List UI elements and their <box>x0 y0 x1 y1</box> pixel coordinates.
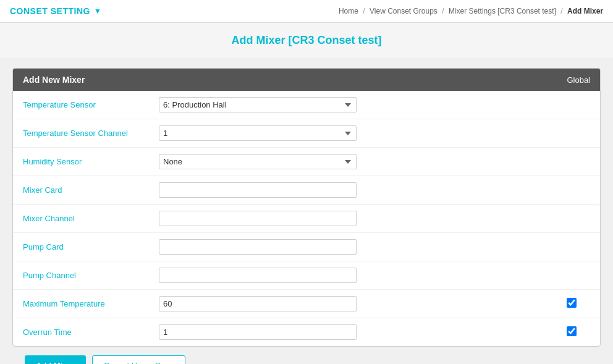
app-branding: CONSET SETTING ▼ <box>10 6 101 16</box>
pump-card-input[interactable] <box>159 239 357 255</box>
field-pump-channel: Pump Channel <box>13 261 600 290</box>
maximum-temperature-wrap <box>159 296 357 311</box>
top-bar: CONSET SETTING ▼ Home / View Conset Grou… <box>0 0 613 23</box>
label-maximum-temperature: Maximum Temperature <box>23 299 159 308</box>
add-mixer-button[interactable]: Add Mixer <box>25 355 86 364</box>
label-temperature-sensor-channel: Temperature Sensor Channel <box>23 129 159 138</box>
overrun-time-global[interactable] <box>553 326 590 338</box>
label-mixer-channel: Mixer Channel <box>23 214 159 223</box>
pump-channel-input[interactable] <box>159 268 357 283</box>
breadcrumb-home[interactable]: Home <box>339 7 358 15</box>
app-title: CONSET SETTING <box>10 6 90 16</box>
mixer-channel-input[interactable] <box>159 211 357 226</box>
pump-card-wrap <box>159 239 357 255</box>
panel-header: Add New Mixer Global <box>13 69 600 91</box>
panel-header-global-label: Global <box>567 75 590 85</box>
field-mixer-card: Mixer Card <box>13 176 600 205</box>
label-pump-card: Pump Card <box>23 242 159 252</box>
add-mixer-panel: Add New Mixer Global Temperature Sensor … <box>12 68 601 347</box>
pump-channel-wrap <box>159 268 357 283</box>
conset-home-button[interactable]: Conset Home Page <box>92 355 185 364</box>
field-humidity-sensor: Humidity Sensor None 1: Sensor A 2: Sens… <box>13 148 600 176</box>
page-title-bar: Add Mixer [CR3 Conset test] <box>0 23 613 58</box>
mixer-card-wrap <box>159 182 357 198</box>
humidity-sensor-wrap: None 1: Sensor A 2: Sensor B <box>159 154 357 169</box>
label-overrun-time: Overrun Time <box>23 328 159 337</box>
breadcrumb-mixer-settings[interactable]: Mixer Settings [CR3 Conset test] <box>449 7 556 15</box>
breadcrumb: Home / View Conset Groups / Mixer Settin… <box>339 7 603 15</box>
button-bar: Add Mixer Conset Home Page <box>12 347 601 364</box>
field-temperature-sensor-channel: Temperature Sensor Channel 1 2 3 4 <box>13 119 600 148</box>
breadcrumb-sep-2: / <box>442 7 444 15</box>
field-temperature-sensor: Temperature Sensor 6: Production Hall No… <box>13 91 600 119</box>
field-pump-card: Pump Card <box>13 233 600 261</box>
overrun-time-wrap <box>159 324 357 340</box>
temperature-sensor-select[interactable]: 6: Production Hall None 1: Sensor A 2: S… <box>159 97 357 112</box>
mixer-card-input[interactable] <box>159 182 357 198</box>
mixer-channel-wrap <box>159 211 357 226</box>
breadcrumb-sep-3: / <box>560 7 562 15</box>
label-mixer-card: Mixer Card <box>23 185 159 195</box>
field-maximum-temperature: Maximum Temperature <box>13 290 600 318</box>
content-area: Add New Mixer Global Temperature Sensor … <box>0 58 613 364</box>
breadcrumb-view-conset-groups[interactable]: View Conset Groups <box>370 7 438 15</box>
humidity-sensor-select[interactable]: None 1: Sensor A 2: Sensor B <box>159 154 357 169</box>
label-temperature-sensor: Temperature Sensor <box>23 100 159 109</box>
label-humidity-sensor: Humidity Sensor <box>23 157 159 166</box>
temperature-sensor-channel-select[interactable]: 1 2 3 4 <box>159 125 357 141</box>
breadcrumb-sep-1: / <box>363 7 365 15</box>
maximum-temperature-checkbox[interactable] <box>567 298 577 308</box>
temperature-sensor-wrap: 6: Production Hall None 1: Sensor A 2: S… <box>159 97 357 112</box>
field-mixer-channel: Mixer Channel <box>13 205 600 233</box>
dropdown-icon[interactable]: ▼ <box>94 7 101 15</box>
overrun-time-checkbox[interactable] <box>567 326 577 336</box>
maximum-temperature-global[interactable] <box>553 298 590 310</box>
field-overrun-time: Overrun Time <box>13 318 600 346</box>
page-title: Add Mixer [CR3 Conset test] <box>10 34 603 47</box>
maximum-temperature-input[interactable] <box>159 296 357 311</box>
label-pump-channel: Pump Channel <box>23 271 159 280</box>
breadcrumb-current: Add Mixer <box>567 7 603 15</box>
temperature-sensor-channel-wrap: 1 2 3 4 <box>159 125 357 141</box>
overrun-time-input[interactable] <box>159 324 357 340</box>
panel-header-title: Add New Mixer <box>23 75 85 85</box>
